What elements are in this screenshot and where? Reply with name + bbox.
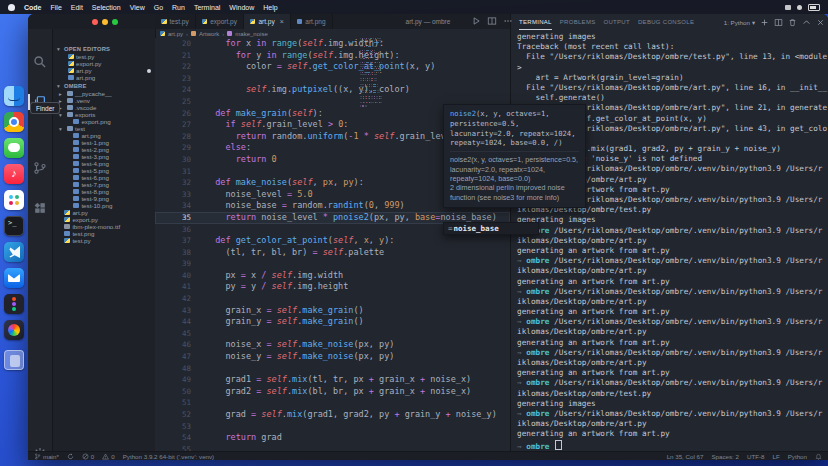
tree-file[interactable]: test-10.png [53,202,155,209]
tree-file[interactable]: art.py [53,209,155,216]
tree-folder[interactable]: ▾exports [53,111,155,118]
minimize-window-button[interactable] [102,19,108,25]
code-line[interactable]: 47 noise_y = self.make_noise(px, py) [155,351,510,363]
menu-item-code[interactable]: Code [24,4,42,11]
breadcrumb-item[interactable]: make_noise [235,31,267,37]
code-line[interactable]: 52 grad = self.mix(grad1, grad2, py + gr… [155,409,510,421]
code-line[interactable]: 40 px = x / self.img.width [155,270,510,282]
plus-icon[interactable] [760,18,769,27]
code-line[interactable]: 22 color = self.get_color_at_point(x, y) [155,61,510,73]
spotlight-icon[interactable] [797,5,802,10]
tab-test-py[interactable]: test.py [155,14,196,29]
dock-music-icon[interactable] [4,164,24,184]
dock-chrome-icon[interactable] [4,112,24,132]
dock-figma-icon[interactable] [4,294,24,314]
menu-item-edit[interactable]: Edit [71,4,83,11]
folder-root-header[interactable]: ▾OMBRE [53,82,155,90]
menu-item-selection[interactable]: Selection [92,4,121,11]
menu-item-file[interactable]: File [51,4,62,11]
dock-mail-icon[interactable] [4,268,24,288]
apple-logo-icon[interactable] [8,4,15,11]
dock-vscode-icon[interactable] [4,242,24,262]
suggest-widget[interactable]: = noise_base [443,222,539,235]
menu-item-run[interactable]: Run [172,4,185,11]
tree-file[interactable]: test-5.png [53,167,155,174]
tree-file[interactable]: export.png [53,118,155,125]
tree-file[interactable]: test-8.png [53,188,155,195]
tree-file[interactable]: test-1.png [53,139,155,146]
code-line[interactable]: 23 [155,73,510,85]
tree-folder[interactable]: ▸__pycache__ [53,90,155,97]
code-line[interactable]: 53 [155,421,510,433]
open-editors-header[interactable]: ▾OPEN EDITORS [53,45,155,53]
breadcrumb-item[interactable]: art.py [168,31,183,37]
split-icon[interactable] [487,16,497,26]
run-icon[interactable] [471,16,481,26]
menu-item-go[interactable]: Go [154,4,163,11]
trash-icon[interactable] [788,18,797,27]
dock-trash-icon[interactable] [4,350,24,370]
status-0[interactable]: 0 [82,453,94,460]
tree-file[interactable]: test-9.png [53,195,155,202]
breadcrumb[interactable]: art.py›Artwork›make_noise [155,29,510,38]
tree-file[interactable]: ibm-plex-mono.ttf [53,223,155,230]
status-python[interactable]: Python [788,453,807,460]
code-line[interactable]: 43 grain_x = self.make_grain() [155,305,510,317]
dock-finder-icon[interactable] [4,86,24,106]
tree-file[interactable]: export.py [53,216,155,223]
tree-folder[interactable]: ▸.vscode [53,104,155,111]
tree-file[interactable]: test-7.png [53,181,155,188]
tree-folder[interactable]: ▾test [53,125,155,132]
scm-icon[interactable] [33,161,47,175]
breadcrumb-item[interactable]: Artwork [199,31,219,37]
split-icon[interactable] [774,18,783,27]
dock-terminal-icon[interactable] [4,216,24,236]
code-line[interactable]: 21 for y in range(self.img.height): [155,50,510,62]
menu-item-window[interactable]: Window [229,4,254,11]
code-line[interactable]: 45 [155,328,510,340]
status-utf-8[interactable]: UTF-8 [747,453,765,460]
menu-item-view[interactable]: View [130,4,145,11]
code-editor[interactable]: 20 for x in range(self.img.width):21 for… [155,38,510,451]
status-lf[interactable]: LF [773,453,780,460]
extensions-icon[interactable] [33,201,47,215]
tree-file[interactable]: test.png [53,230,155,237]
more-icon[interactable] [503,16,513,26]
code-line[interactable]: 48 [155,363,510,375]
tree-folder[interactable]: ▸.venv [53,97,155,104]
minimap[interactable] [360,38,382,120]
status-python-3-9-2-64-bit-venv-venv-[interactable]: Python 3.9.2 64-bit ('.venv': venv) [123,453,214,460]
code-line[interactable]: 24 self.img.putpixel((x, y), color) [155,84,510,96]
dock-pixelmator-icon[interactable] [4,320,24,340]
code-line[interactable]: 41 py = y / self.img.height [155,281,510,293]
code-line[interactable]: 42 [155,293,510,305]
chevron-up-icon[interactable] [802,18,811,27]
code-line[interactable]: 37 def get_color_at_point(self, x, y): [155,235,510,247]
tree-file[interactable]: art.png [53,132,155,139]
code-line[interactable]: 49 grad1 = self.mix(tl, tr, px + grain_x… [155,374,510,386]
panel-tab-problems[interactable]: PROBLEMS [560,14,596,30]
open-editor-item[interactable]: export.py [53,60,155,67]
code-line[interactable]: 39 [155,258,510,270]
code-line[interactable]: 55 [155,444,510,451]
code-line[interactable]: 50 grad2 = self.mix(bl, br, px + grain_x… [155,386,510,398]
tree-file[interactable]: test-3.png [53,153,155,160]
status-sync[interactable] [67,453,74,460]
status-ln-35-col-67[interactable]: Ln 35, Col 67 [667,453,704,460]
panel-tab-terminal[interactable]: TERMINAL [519,14,552,30]
tree-file[interactable]: test-2.png [53,146,155,153]
battery-icon[interactable] [808,4,820,11]
tree-file[interactable]: test-6.png [53,174,155,181]
status-0[interactable]: 0 [102,453,114,460]
status-main-[interactable]: main* [34,453,59,460]
control-center-icon[interactable] [785,5,791,10]
tree-file[interactable]: test.py [53,237,155,244]
zoom-window-button[interactable] [112,19,118,25]
dock-messages-icon[interactable] [4,138,24,158]
shell-selector-dropdown[interactable]: 1: Python▾ [724,19,755,26]
panel-tab-debug-console[interactable]: DEBUG CONSOLE [638,14,694,30]
close-tab-icon[interactable]: × [280,18,284,25]
tree-file[interactable]: test-4.png [53,160,155,167]
open-editor-item[interactable]: art.py [53,67,155,74]
open-editor-item[interactable]: test.py [53,53,155,60]
